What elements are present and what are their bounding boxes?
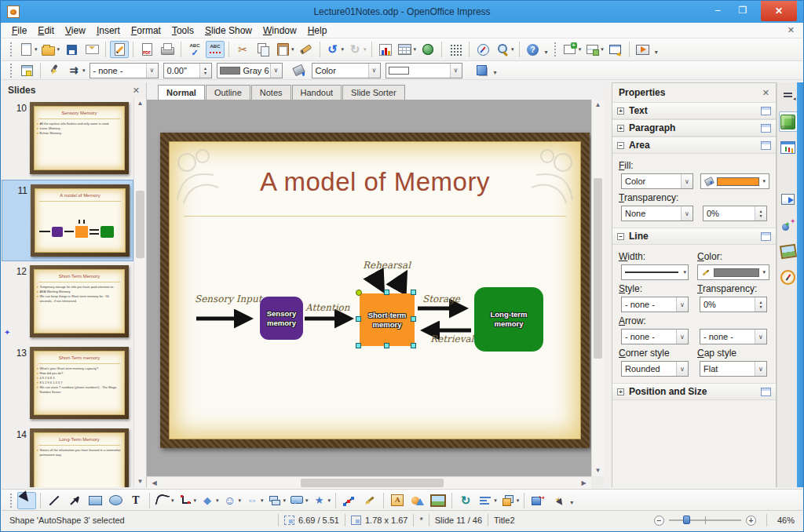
scrollbar-thumb[interactable] xyxy=(136,191,144,258)
line-dialog-button[interactable] xyxy=(45,62,64,79)
start-slideshow-button[interactable] xyxy=(634,41,652,58)
print-button[interactable] xyxy=(158,41,177,58)
animation-tab[interactable] xyxy=(779,215,798,235)
maximize-button[interactable]: ❐ xyxy=(731,1,755,20)
glue-points-button[interactable] xyxy=(360,492,379,509)
email-document-button[interactable] xyxy=(82,41,101,58)
close-properties-icon[interactable]: ✕ xyxy=(762,88,769,98)
tab-handout[interactable]: Handout xyxy=(292,85,342,100)
slide-canvas[interactable]: A model of Memory Sensory Input xyxy=(147,100,591,476)
dropdown-icon[interactable]: ▾ xyxy=(216,497,219,504)
help-button[interactable] xyxy=(524,41,543,58)
section-area[interactable]: −Area xyxy=(612,137,776,154)
line-button[interactable] xyxy=(45,492,64,509)
dropdown-icon[interactable]: ▾ xyxy=(82,67,86,74)
dropdown-icon[interactable]: ▾ xyxy=(761,178,767,184)
dropdown-icon[interactable]: ▾ xyxy=(579,46,582,53)
menu-file[interactable]: File xyxy=(6,24,32,38)
properties-tab[interactable] xyxy=(779,111,798,132)
selection-handle-top-left[interactable] xyxy=(356,290,362,296)
corner-style-select[interactable]: Rounded∨ xyxy=(621,361,689,377)
3d-objects-button[interactable] xyxy=(408,492,427,509)
expand-icon[interactable]: + xyxy=(617,107,624,115)
close-slides-panel-icon[interactable]: ✕ xyxy=(133,86,140,96)
menu-edit[interactable]: Edit xyxy=(32,24,60,38)
ellipse-button[interactable] xyxy=(106,492,125,509)
menu-format[interactable]: Format xyxy=(126,24,166,38)
layout-name[interactable]: Title2 xyxy=(494,516,515,525)
rotate-button[interactable]: ↻ xyxy=(456,492,475,509)
menu-tools[interactable]: Tools xyxy=(166,24,199,38)
retrieval-label[interactable]: Retrieval xyxy=(430,333,473,344)
rectangle-button[interactable] xyxy=(86,492,104,509)
spin-buttons-icon[interactable]: ▴▾ xyxy=(199,64,211,78)
toolbar-overflow-icon[interactable]: ▾ xyxy=(545,49,548,56)
auto-spellcheck-button[interactable] xyxy=(206,41,225,58)
selection-handle-top-mid[interactable] xyxy=(384,290,389,295)
arrow-style-button[interactable]: ⇉▾ xyxy=(65,62,86,79)
fill-style-select[interactable]: Color∨ xyxy=(621,173,693,189)
fill-color-select[interactable]: ∨ xyxy=(386,63,462,78)
dropdown-icon[interactable]: ▾ xyxy=(761,269,767,275)
line-color-select[interactable]: Gray 6∨ xyxy=(217,63,283,78)
slide-thumbnail-12[interactable]: 12Short-Term MemoryTemporary storage for… xyxy=(2,261,133,343)
new-slide-button[interactable]: ▾ xyxy=(561,41,583,58)
slide-transition-tab[interactable] xyxy=(779,189,798,210)
scroll-right-icon[interactable]: ▶ xyxy=(578,478,590,489)
export-pdf-button[interactable] xyxy=(137,41,156,58)
dropdown-icon[interactable]: ▾ xyxy=(305,497,309,504)
menu-slide-show[interactable]: Slide Show xyxy=(199,24,258,38)
dialog-launcher-icon[interactable] xyxy=(761,388,771,396)
section-paragraph[interactable]: +Paragraph xyxy=(612,119,776,137)
tab-normal[interactable]: Normal xyxy=(158,85,205,100)
selection-handle-mid-right[interactable] xyxy=(411,316,416,322)
cut-button[interactable]: ✂ xyxy=(233,41,252,58)
toolbar-overflow-icon[interactable]: ▾ xyxy=(494,69,497,76)
styles-and-formatting-button[interactable] xyxy=(17,62,36,79)
zoom-slider-thumb[interactable] xyxy=(683,516,690,524)
edit-points-button[interactable] xyxy=(340,492,359,509)
arrange-button[interactable]: ▾ xyxy=(499,492,521,509)
dropdown-icon[interactable]: ▾ xyxy=(194,497,197,504)
fill-color-button[interactable]: ▾ xyxy=(700,173,769,189)
slide-thumbnail-10[interactable]: 10Sensory MemoryAll the eye/ear info fla… xyxy=(2,98,133,180)
section-position-size[interactable]: +Position and Size xyxy=(612,383,776,400)
display-grid-button[interactable] xyxy=(446,41,465,58)
scroll-left-icon[interactable]: ◀ xyxy=(148,478,160,489)
line-style-select[interactable]: - none -∨ xyxy=(90,63,159,78)
transparency-type-select[interactable]: None∨ xyxy=(621,206,693,221)
edit-file-button[interactable] xyxy=(110,41,129,58)
line-width-select[interactable]: ▾ xyxy=(621,264,689,280)
scroll-up-icon[interactable]: ▲ xyxy=(592,100,604,111)
close-button[interactable]: ✕ xyxy=(761,1,797,21)
toolbar-grip[interactable] xyxy=(554,42,557,57)
toolbar-grip[interactable] xyxy=(9,493,13,508)
dropdown-icon[interactable]: ∨ xyxy=(146,64,158,78)
transparency-value-input[interactable]: 0%▴▾ xyxy=(703,206,767,221)
open-button[interactable]: ▾ xyxy=(40,41,61,58)
select-button[interactable] xyxy=(17,492,36,509)
slide-editor[interactable]: A model of Memory Sensory Input xyxy=(160,133,590,448)
basic-shapes-button[interactable]: ◆▾ xyxy=(199,492,220,509)
close-document-icon[interactable]: ✕ xyxy=(788,25,795,35)
scrollbar-thumb[interactable] xyxy=(594,178,602,359)
navigator-tab[interactable] xyxy=(779,267,798,287)
scroll-down-icon[interactable]: ▼ xyxy=(592,465,604,476)
menu-window[interactable]: Window xyxy=(258,24,302,38)
block-arrows-button[interactable]: ⇔▾ xyxy=(243,492,265,509)
slide-design-button[interactable] xyxy=(606,41,625,58)
line-ends-with-arrow-button[interactable] xyxy=(65,492,84,509)
selection-handle-bottom-right[interactable] xyxy=(411,343,416,348)
text-button[interactable]: T xyxy=(126,492,145,509)
toolbar-overflow-icon[interactable]: ▾ xyxy=(570,499,573,506)
menu-help[interactable]: Help xyxy=(302,24,333,38)
selection-handle-top-right[interactable] xyxy=(411,290,416,295)
rehearsal-label[interactable]: Rehearsal xyxy=(363,260,411,271)
dropdown-icon[interactable]: ▾ xyxy=(494,497,497,504)
insert-picture-button[interactable] xyxy=(429,492,448,509)
dialog-launcher-icon[interactable] xyxy=(761,141,771,150)
toolbar-grip[interactable] xyxy=(9,63,13,78)
curve-button[interactable]: ▾ xyxy=(154,492,175,509)
stars-button[interactable]: ★▾ xyxy=(311,492,332,509)
gallery-tab[interactable] xyxy=(779,241,798,261)
